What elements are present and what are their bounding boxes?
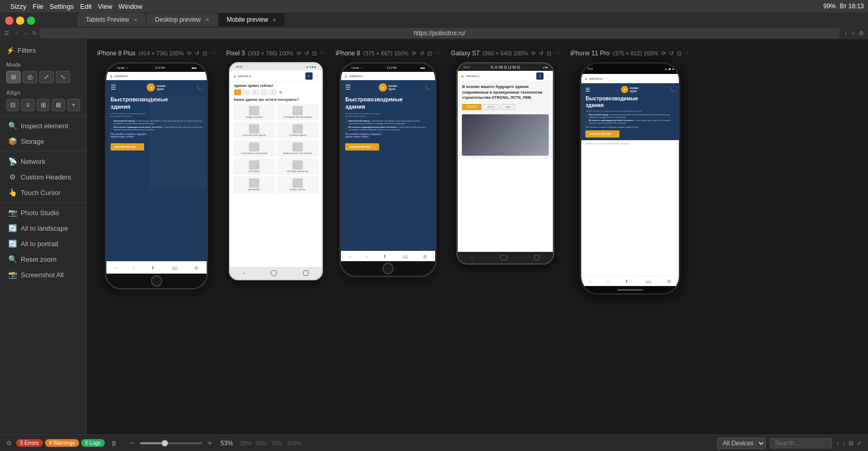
rotate-icon-2[interactable]: ⟳ xyxy=(297,50,301,57)
s7-tab-strong[interactable]: STRONG xyxy=(462,104,481,110)
file-menu[interactable]: File xyxy=(33,3,43,10)
more-icon-1[interactable]: ⋯ xyxy=(210,50,216,57)
trash-icon[interactable]: 🗑 xyxy=(111,440,117,447)
tab-close-tablets[interactable]: ✕ xyxy=(133,17,137,23)
zoom-100[interactable]: 100% xyxy=(287,440,301,446)
zoom-track[interactable] xyxy=(140,442,202,444)
capture-icon-2[interactable]: ⊡ xyxy=(312,50,317,57)
reload-icon-1[interactable]: ↺ xyxy=(195,50,199,57)
sidebar-item-custom-headers[interactable]: ⚙ Custom Headers xyxy=(2,170,84,184)
down-icon[interactable]: ↓ xyxy=(842,440,845,447)
align-center-btn[interactable]: ≡ xyxy=(21,99,34,111)
window-menu[interactable]: Window xyxy=(118,3,142,10)
bookmark-button[interactable]: ☆ xyxy=(850,30,856,37)
badge-logs[interactable]: 6 Logs xyxy=(81,439,105,447)
forward-button[interactable]: → xyxy=(23,30,29,36)
tab-tablets-preview[interactable]: Tablets Preview ✕ xyxy=(78,13,146,26)
sidebar-item-screenshot-all[interactable]: 📸 Screenshot All xyxy=(2,267,84,282)
tab-close-desktop[interactable]: ✕ xyxy=(205,17,209,23)
settings-icon[interactable]: ⚙ xyxy=(859,30,864,37)
refresh-button[interactable]: ↻ xyxy=(32,30,37,37)
align-plus-btn[interactable]: + xyxy=(67,99,80,111)
rotate-icon-3[interactable]: ⟳ xyxy=(412,50,416,57)
sidebar-item-network[interactable]: 📡 Network xyxy=(2,154,84,169)
pixel3-tab-3[interactable]: 3 xyxy=(252,89,259,95)
home-button-1[interactable] xyxy=(151,275,162,287)
back-button[interactable]: ← xyxy=(14,30,20,36)
rotate-icon-5[interactable]: ⟳ xyxy=(661,50,666,57)
more-icon-5[interactable]: ⋯ xyxy=(685,50,690,57)
mode-expand-btn[interactable]: ⤢ xyxy=(39,71,54,83)
sidebar-filters[interactable]: ⚡ Filters xyxy=(0,43,86,57)
zoom-25[interactable]: 25% xyxy=(240,440,252,446)
sidebar-toggle[interactable]: ☰ xyxy=(4,30,9,37)
sidebar-item-storage[interactable]: 📦 Storage xyxy=(2,134,84,148)
settings-menu[interactable]: Settings xyxy=(50,3,74,10)
mode-grid-btn[interactable]: ⊞ xyxy=(6,71,21,83)
cta-button-1[interactable]: НАЧАТЬ РАСЧЕТ → xyxy=(111,143,145,151)
close-button[interactable] xyxy=(5,17,13,25)
sidebar-item-all-landscape[interactable]: 🔄 All to landscape xyxy=(2,221,84,235)
sidebar-item-photo-studio[interactable]: 📷 Photo Studio xyxy=(2,205,84,220)
capture-icon-5[interactable]: ⊡ xyxy=(677,50,681,57)
pixel3-tab-1[interactable]: 1 xyxy=(234,89,241,95)
mode-fullscreen-btn[interactable]: ⤡ xyxy=(56,71,70,83)
reload-icon-3[interactable]: ↺ xyxy=(420,50,424,57)
settings-btn-bottom[interactable]: ⚙ xyxy=(6,440,12,447)
align-left-btn[interactable]: ⊟ xyxy=(6,99,19,111)
sidebar-item-touch-cursor[interactable]: 👆 Touch Cursor xyxy=(2,185,84,200)
capture-icon-3[interactable]: ⊡ xyxy=(427,50,432,57)
all-devices-select[interactable]: All Devices xyxy=(717,438,766,449)
rotate-icon-4[interactable]: ⟳ xyxy=(531,50,536,57)
nav-fwd-1[interactable]: › xyxy=(133,265,134,270)
nav-book-1[interactable]: 📖 xyxy=(172,265,178,270)
home-btn-3[interactable] xyxy=(382,263,394,274)
mode-circle-btn[interactable]: ◎ xyxy=(23,71,37,83)
app-name[interactable]: Sizzy xyxy=(10,3,26,10)
align-right-btn[interactable]: ⊞ xyxy=(37,99,50,111)
p3-overview[interactable] xyxy=(303,270,308,276)
zoom-plus-btn[interactable]: + xyxy=(205,439,214,448)
tab-desktop-preview[interactable]: Desktop preview ✕ xyxy=(147,13,218,26)
nav-share-1[interactable]: ⬆ xyxy=(151,265,155,270)
badge-warnings[interactable]: 4 Warnings xyxy=(45,439,79,447)
s7-tab-lstk[interactable]: ЛСТК xyxy=(483,104,499,110)
more-icon-3[interactable]: ⋯ xyxy=(435,50,441,57)
url-bar[interactable]: https://polixstroi.ru/ xyxy=(40,28,840,38)
more-icon-2[interactable]: ⋯ xyxy=(320,50,326,57)
pixel3-tab-4[interactable]: 4 xyxy=(260,89,268,95)
up-icon[interactable]: ↑ xyxy=(836,440,839,447)
zoom-minus-btn[interactable]: − xyxy=(128,439,137,448)
capture-icon-1[interactable]: ⊡ xyxy=(203,50,207,57)
capture-icon-4[interactable]: ⊡ xyxy=(547,50,551,57)
sidebar-item-inspect[interactable]: 🔍 Inspect element xyxy=(2,118,84,133)
cta-btn-5[interactable]: НАЧАТЬ РАСЧЕТ → xyxy=(585,130,619,138)
view-menu[interactable]: View xyxy=(98,3,112,10)
align-stretch-btn[interactable]: ⊠ xyxy=(52,99,65,111)
reload-icon-2[interactable]: ↺ xyxy=(304,50,309,57)
zoom-75[interactable]: 75% xyxy=(271,440,283,446)
maximize-button[interactable] xyxy=(27,17,35,25)
s7-nav-overview[interactable] xyxy=(534,255,539,260)
nav-tabs-1[interactable]: ⊞ xyxy=(194,265,198,270)
badge-errors[interactable]: 5 Errors xyxy=(16,439,43,447)
tab-mobile-preview[interactable]: Mobile preview ✕ xyxy=(219,13,285,26)
sidebar-item-all-portrait[interactable]: 🔄 All to portrait xyxy=(2,236,84,251)
more-icon-4[interactable]: ⋯ xyxy=(554,50,560,57)
fullscreen-icon[interactable]: ⤢ xyxy=(857,440,862,447)
reload-icon-5[interactable]: ↺ xyxy=(669,50,674,57)
zoom-thumb[interactable] xyxy=(162,440,168,446)
share-button[interactable]: ↑ xyxy=(845,30,848,36)
minimize-button[interactable] xyxy=(16,17,24,25)
nav-back-1[interactable]: ‹ xyxy=(115,265,116,270)
s7-tab-lmk[interactable]: ЛМК xyxy=(500,104,515,110)
p3-back[interactable]: ‹ xyxy=(243,270,244,276)
sidebar-item-reset-zoom[interactable]: 🔍 Reset zoom xyxy=(2,252,84,266)
rotate-icon-1[interactable]: ⟳ xyxy=(187,50,192,57)
tab-close-mobile[interactable]: ✕ xyxy=(272,17,276,23)
s7-nav-home[interactable] xyxy=(500,255,507,260)
pixel3-tab-5[interactable]: 5 xyxy=(269,89,276,95)
zoom-50[interactable]: 50% xyxy=(256,440,267,446)
search-input[interactable] xyxy=(770,438,832,448)
s7-nav-back[interactable]: ‹ xyxy=(472,255,473,260)
